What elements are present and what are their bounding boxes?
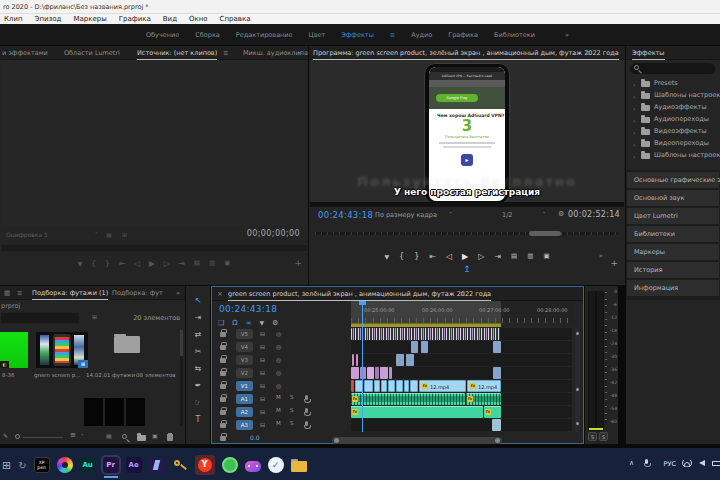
yandex-browser-app-icon[interactable]: Y [195, 455, 215, 475]
lift-icon[interactable]: ▤ [511, 252, 517, 260]
delete-icon[interactable] [167, 434, 173, 441]
mic-icon[interactable] [305, 408, 308, 413]
project-scrollbar-thumb[interactable] [180, 330, 183, 356]
chevron-right-icon[interactable]: › [633, 118, 635, 124]
tab-info[interactable]: Информация [627, 280, 719, 296]
playhead-line[interactable] [362, 305, 363, 432]
track-badge[interactable]: V1 [236, 381, 253, 391]
go-to-in-icon[interactable]: ⇤ [119, 259, 125, 268]
go-to-out-icon[interactable]: ⇥ [494, 252, 501, 261]
lock-icon[interactable] [220, 371, 226, 376]
track-badge[interactable]: V3 [236, 355, 253, 365]
solo-button[interactable]: S [290, 408, 294, 414]
clip[interactable] [360, 367, 366, 379]
sync-lock-icon[interactable]: ⊟ [260, 422, 265, 428]
eye-icon[interactable]: ◎ [276, 331, 281, 337]
media-app-icon[interactable] [149, 457, 165, 473]
audition-app-icon[interactable]: Au [80, 457, 96, 473]
effects-folder-lumetri-presets[interactable]: Шаблоны настроек Lu [654, 92, 720, 99]
clip[interactable] [380, 367, 388, 379]
clip[interactable] [374, 380, 380, 392]
effects-folder-video-transitions[interactable]: Видеопереходы [654, 140, 709, 147]
sync-lock-icon[interactable]: ⊟ [260, 370, 265, 376]
workspace-libraries[interactable]: Библиотеки [494, 31, 535, 39]
item-label-green[interactable]: 8-36 [2, 372, 14, 378]
tab-bin-footage-2[interactable]: Подборка: фут [112, 286, 163, 300]
linked-selection-icon[interactable]: ∞ [246, 319, 252, 327]
timeline-hscrollbar[interactable] [332, 437, 502, 444]
program-add-button-icon[interactable]: + [610, 258, 618, 268]
lock-icon[interactable] [220, 436, 226, 441]
new-bin-icon[interactable] [137, 435, 146, 441]
view-chevron-icon[interactable]: ˅ [81, 434, 84, 439]
project-search-input[interactable] [1, 313, 79, 323]
solo-right-button[interactable]: S [599, 432, 608, 441]
fit-dropdown[interactable]: По размеру кадра ˅ [375, 211, 452, 219]
mute-button[interactable]: M [276, 395, 281, 401]
type-tool-icon[interactable]: T [186, 415, 210, 424]
workspace-learning[interactable]: Обучение [146, 31, 179, 39]
step-back-icon[interactable]: ◁ [134, 259, 140, 268]
clip[interactable] [351, 328, 500, 340]
step-back-icon[interactable]: ◁ [446, 252, 452, 261]
project-tabs-overflow-icon[interactable]: » [176, 286, 180, 300]
hscroll-handle-left[interactable] [334, 438, 339, 443]
chevron-right-icon[interactable]: › [633, 130, 635, 136]
sync-lock-icon[interactable]: ⊟ [260, 357, 265, 363]
readonly-icon[interactable]: ✎ [3, 433, 8, 439]
chevron-right-icon[interactable]: › [633, 94, 635, 100]
tray-mic-icon[interactable] [645, 459, 648, 464]
check-app-icon[interactable]: ✓ [268, 457, 284, 473]
source-settings-icon[interactable]: ▤ [106, 232, 112, 238]
tab-lumetri-scopes[interactable]: Области Lumetri [64, 46, 120, 60]
insert-icon[interactable]: ▤ [194, 259, 200, 267]
track-lane[interactable] [351, 419, 572, 431]
workspace-menu-icon[interactable]: ≡ [390, 31, 395, 39]
workspace-effects-active[interactable]: Эффекты [341, 31, 374, 39]
lock-icon[interactable] [220, 384, 226, 389]
sync-lock-icon[interactable]: ⊟ [260, 396, 265, 402]
ripple-edit-tool-icon[interactable]: ⇄ [186, 330, 210, 339]
track-lane[interactable] [351, 341, 572, 353]
close-icon[interactable]: × [217, 287, 223, 301]
source-tabs-overflow-icon[interactable]: » [298, 46, 302, 60]
clip[interactable] [421, 341, 428, 353]
add-marker-icon[interactable]: ▼ [78, 260, 83, 267]
go-to-in-icon[interactable]: ⇤ [429, 252, 436, 261]
mark-in-icon[interactable]: { [91, 259, 96, 268]
project-filter-icon[interactable]: ⊞ [92, 314, 97, 320]
master-gain[interactable]: 0.0 [250, 434, 260, 441]
tray-wifi-icon[interactable] [682, 460, 692, 467]
clip[interactable] [364, 380, 373, 392]
play-icon[interactable]: ▶ [462, 252, 468, 261]
premiere-app-icon[interactable]: Pr [103, 457, 119, 473]
clip[interactable] [351, 380, 354, 392]
item-label-phone[interactable]: green screen p... [34, 372, 80, 378]
tab-essential-graphics[interactable]: Основные графические элем [627, 172, 719, 188]
track-badge[interactable]: A1 [236, 394, 253, 404]
program-settings-icon[interactable]: ⚙ [558, 210, 564, 218]
explorer-folder-icon[interactable] [291, 461, 307, 472]
menu-help[interactable]: Справка [220, 15, 251, 23]
mark-out-icon[interactable]: } [414, 252, 419, 261]
item-label-folder[interactable]: футажи [112, 372, 135, 378]
tab-bin-footage-1[interactable]: Подборка: футажи (1) [32, 286, 108, 300]
tab-effect-controls[interactable]: и эффектами [2, 46, 48, 60]
clip[interactable] [375, 367, 379, 379]
menu-clip[interactable]: Клип [4, 15, 23, 23]
razor-tool-icon[interactable]: ✂ [186, 347, 210, 356]
tab-lumetri-color[interactable]: Цвет Lumetri [627, 208, 719, 224]
workspace-overflow-icon[interactable]: » [565, 31, 569, 39]
step-forward-icon[interactable]: ▷ [164, 259, 170, 268]
audio-clip[interactable]: fx [351, 393, 465, 405]
color-wheel-app-icon[interactable] [57, 457, 73, 473]
loop-app-icon[interactable]: ↻ [18, 460, 26, 471]
resolution-dropdown[interactable]: 1/2 ˅ [502, 211, 546, 219]
mic-icon[interactable] [305, 421, 308, 426]
track-lane[interactable] [351, 367, 572, 379]
timeline-settings-icon[interactable]: ⚙ [272, 319, 278, 327]
clip[interactable] [367, 367, 374, 379]
chevron-right-icon[interactable]: › [633, 142, 635, 148]
selection-tool-icon[interactable]: ↖ [186, 296, 210, 305]
source-scrubber[interactable] [1, 245, 307, 251]
